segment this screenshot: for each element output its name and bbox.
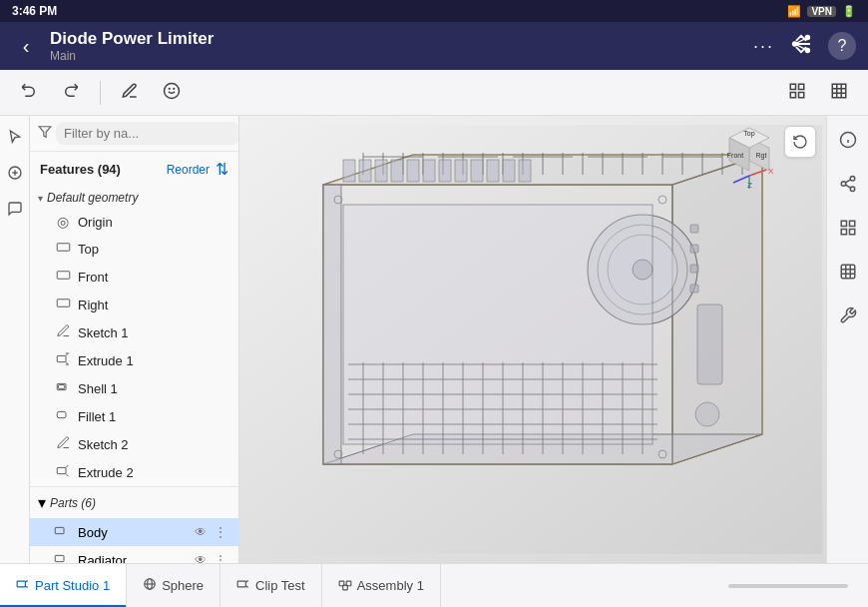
default-geometry-group[interactable]: ▾ Default geometry: [30, 187, 238, 209]
more-button[interactable]: ⋮: [213, 269, 228, 285]
more-button[interactable]: ⋮: [213, 552, 228, 563]
svg-rect-11: [799, 92, 804, 97]
svg-rect-30: [55, 555, 64, 561]
svg-rect-106: [690, 245, 698, 253]
svg-rect-69: [423, 160, 435, 182]
svg-rect-73: [487, 160, 499, 182]
vpn-badge: VPN: [807, 6, 836, 17]
main-content: Features (94) Reorder ⇅ ▾ Default geomet…: [0, 116, 868, 563]
more-button[interactable]: ⋮: [213, 436, 228, 452]
left-mini-toolbar: [0, 116, 30, 563]
tab-label: Part Studio 1: [35, 578, 110, 593]
radiator-icon: [54, 551, 72, 563]
more-button[interactable]: ⋮: [213, 408, 228, 424]
tab-clip-test[interactable]: Clip Test: [220, 564, 322, 607]
eye-button[interactable]: 👁: [193, 436, 209, 452]
tab-assembly-1[interactable]: Assembly 1: [322, 564, 441, 607]
right-panel: [826, 116, 868, 563]
grid-button-1[interactable]: [780, 76, 814, 110]
svg-rect-12: [832, 84, 846, 98]
viewport-controls: [784, 126, 816, 158]
feature-name: Top: [78, 242, 187, 257]
chevron-down-icon: ▾: [38, 493, 46, 512]
title-bar: ‹ Diode Power Limiter Main ··· ?: [0, 22, 868, 70]
parts-section-header[interactable]: ▾ Parts (6): [30, 486, 238, 518]
reset-view-button[interactable]: [784, 126, 816, 158]
toolbar-separator: [100, 81, 101, 105]
display-button[interactable]: [832, 212, 864, 244]
comment-button[interactable]: [2, 196, 28, 222]
feature-item-right[interactable]: Right 👁 ⋮: [30, 291, 238, 318]
feature-item-front[interactable]: Front 👁 ⋮: [30, 263, 238, 291]
svg-rect-108: [690, 285, 698, 293]
back-button[interactable]: ‹: [12, 35, 40, 58]
more-button[interactable]: ⋮: [213, 352, 228, 368]
svg-rect-103: [697, 304, 722, 384]
tab-icon: [236, 577, 250, 594]
share-icon[interactable]: [790, 33, 812, 60]
feature-item-sketch1[interactable]: Sketch 1 👁 ⋮: [30, 318, 238, 346]
info-button[interactable]: [832, 124, 864, 156]
feature-item-extrude1[interactable]: Extrude 1 ⋮: [30, 346, 238, 374]
orientation-cube[interactable]: Top Front Rgt X Z: [711, 126, 771, 186]
tab-label: Assembly 1: [357, 578, 424, 593]
more-options-icon[interactable]: ···: [753, 36, 774, 57]
feature-name: Extrude 1: [78, 353, 207, 368]
eye-button[interactable]: 👁: [193, 297, 209, 312]
feature-name: Sketch 2: [78, 437, 187, 452]
more-button[interactable]: ⋮: [213, 214, 228, 230]
svg-rect-21: [57, 244, 70, 252]
add-button[interactable]: [2, 160, 28, 186]
3d-viewport[interactable]: Top Front Rgt X Z: [239, 116, 826, 563]
svg-rect-132: [841, 221, 846, 226]
sketch-button[interactable]: [113, 76, 147, 110]
part-item-body[interactable]: Body 👁 ⋮: [30, 518, 238, 546]
feature-name: Right: [78, 298, 187, 312]
plane-icon: [54, 240, 72, 258]
eye-button[interactable]: 👁: [193, 214, 209, 230]
emoji-button[interactable]: [155, 76, 189, 110]
svg-rect-72: [471, 160, 483, 182]
tab-part-studio-1[interactable]: Part Studio 1: [0, 564, 127, 607]
feature-item-top[interactable]: Top 👁 ⋮: [30, 235, 238, 263]
help-icon[interactable]: ?: [828, 32, 856, 60]
eye-button[interactable]: 👁: [193, 552, 209, 563]
svg-rect-24: [57, 355, 66, 361]
shell-icon: [54, 379, 72, 397]
undo-button[interactable]: [12, 76, 46, 110]
sketch-icon: [54, 435, 72, 453]
more-button[interactable]: ⋮: [213, 524, 228, 540]
feature-item-sketch2[interactable]: Sketch 2 👁 ⋮: [30, 430, 238, 458]
redo-button[interactable]: [54, 76, 88, 110]
share-button[interactable]: [832, 168, 864, 200]
eye-button[interactable]: 👁: [193, 324, 209, 340]
feature-item-extrude2[interactable]: Extrude 2 ⋮: [30, 458, 238, 486]
feature-item-fillet1[interactable]: Fillet 1 ⋮: [30, 402, 238, 430]
feature-item-origin[interactable]: ◎ Origin 👁 ⋮: [30, 209, 238, 235]
feature-item-shell1[interactable]: Shell 1 ⋮: [30, 374, 238, 402]
eye-button[interactable]: 👁: [193, 241, 209, 257]
tools-button[interactable]: [832, 300, 864, 331]
more-button[interactable]: ⋮: [213, 380, 228, 396]
svg-rect-70: [439, 160, 451, 182]
more-button[interactable]: ⋮: [213, 297, 228, 312]
select-button[interactable]: [2, 124, 28, 150]
svg-rect-141: [237, 581, 245, 587]
feature-name: Shell 1: [78, 381, 207, 396]
svg-rect-134: [841, 230, 846, 235]
more-button[interactable]: ⋮: [213, 324, 228, 340]
more-button[interactable]: ⋮: [213, 241, 228, 257]
filter-input[interactable]: [56, 122, 239, 145]
eye-button[interactable]: 👁: [193, 269, 209, 285]
grid-button-2[interactable]: [822, 76, 856, 110]
view-button[interactable]: [832, 256, 864, 288]
svg-rect-74: [503, 160, 515, 182]
tab-sphere[interactable]: Sphere: [127, 564, 220, 607]
eye-button[interactable]: 👁: [193, 524, 209, 540]
body-icon: [54, 523, 72, 541]
reorder-button[interactable]: Reorder: [167, 163, 210, 177]
part-item-radiator[interactable]: Radiator 👁 ⋮: [30, 546, 238, 563]
more-button[interactable]: ⋮: [213, 464, 228, 480]
reorder-icon[interactable]: ⇅: [216, 160, 228, 179]
title-info: Diode Power Limiter Main: [50, 29, 743, 63]
